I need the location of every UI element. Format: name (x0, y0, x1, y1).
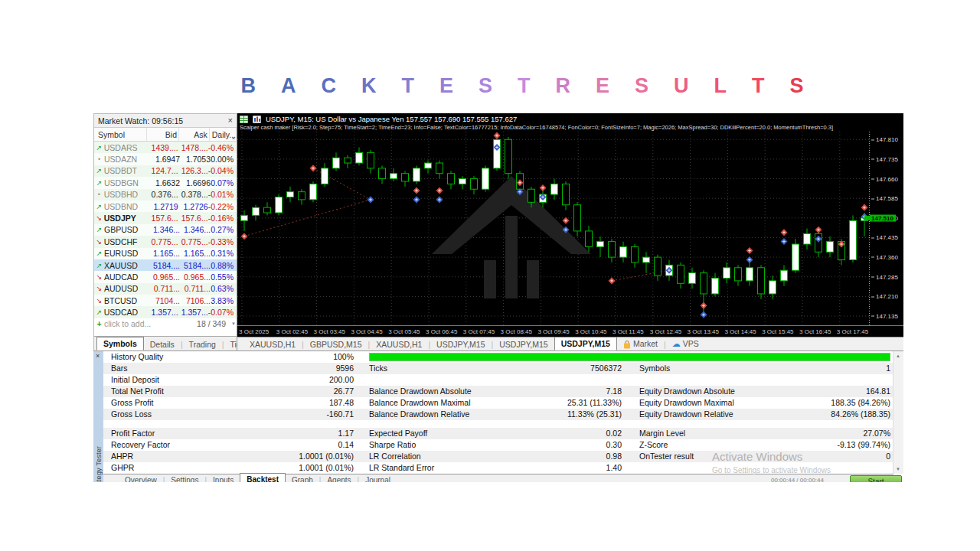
market-row-usdchf[interactable]: ↘USDCHF0.775...0.775...-0.33% (94, 236, 237, 247)
chart-tab-xauusd-h1[interactable]: XAUUSD,H1 (243, 338, 302, 350)
mt5-window: Market Watch: 09:56:15 × SymbolBidAskDai… (93, 113, 903, 482)
market-row-usdjpy[interactable]: ↘USDJPY157.6...157.6...-0.16% (94, 212, 237, 223)
ask-value: 1.6696 (180, 178, 211, 187)
symbol-name: USDBND (104, 202, 147, 211)
daily-change: 0.63% (211, 284, 237, 293)
market-row-eurusd[interactable]: ↗EURUSD1.165...1.165...0.31% (94, 248, 237, 259)
price-tick-label: 147.810 (871, 136, 898, 143)
table-icon (240, 116, 248, 123)
down-arrow-icon: ↘ (94, 214, 104, 222)
market-row-btcusd[interactable]: ↘BTCUSD7104...7106...3.83% (94, 295, 237, 306)
tester-row-spacer (103, 420, 893, 428)
tab-trading[interactable]: Trading (183, 338, 222, 350)
buy-marker (367, 196, 374, 203)
scroll-down-icon[interactable]: ▼ (896, 467, 900, 471)
candle-body (241, 215, 248, 220)
scroll-up-icon[interactable]: ▲ (896, 354, 900, 358)
chart-tab-vps[interactable]: ☁VPS (666, 337, 705, 350)
column-header-symbol[interactable]: Symbol (94, 128, 147, 141)
chart-icon (253, 116, 261, 123)
stat-value: 7506372 (530, 364, 622, 373)
daily-change: -0.22% (208, 202, 237, 211)
market-row-audcad[interactable]: ↘AUDCAD0.965...0.965...0.55% (94, 271, 237, 282)
start-button[interactable]: Start (850, 475, 902, 482)
candle-body (850, 220, 857, 259)
sell-marker (539, 184, 546, 191)
chart-window: USDJPY, M15: US Dollar vs Japanese Yen 1… (237, 113, 903, 337)
time-tick-label: 3 Oct 02:45 (276, 328, 308, 335)
column-header-ask[interactable]: Ask (179, 128, 210, 141)
bid-value: 1.357... (146, 308, 178, 317)
tester-tab-overview[interactable]: Overview (119, 474, 163, 482)
symbol-name: AUDUSD (104, 284, 148, 293)
tab-details[interactable]: Details (144, 338, 181, 350)
column-header-bid[interactable]: Bid (147, 128, 179, 141)
time-tick-label: 3 Oct 17:45 (837, 328, 868, 335)
candle-body (746, 268, 753, 281)
close-icon[interactable]: × (228, 116, 233, 125)
title-letter: S (479, 74, 492, 98)
scroll-up-icon[interactable]: ▲ (231, 131, 236, 144)
stat-label: Balance Drawdown Relative (369, 409, 469, 419)
tester-side-strip[interactable]: × Strategy Tester (93, 351, 103, 482)
candle-body (402, 174, 409, 181)
chart-tab-market[interactable]: Market (617, 337, 664, 350)
market-row-audusd[interactable]: ↘AUDUSD0.711...0.711...0.63% (94, 283, 237, 295)
daily-change: -0.07% (208, 308, 237, 317)
tester-tab-graph[interactable]: Graph (286, 474, 319, 482)
up-arrow-icon: ↗ (94, 167, 104, 174)
chart-tab-usdjpy-m15[interactable]: USDJPY,M15 (554, 337, 617, 350)
candle-body (655, 257, 662, 276)
stat-label: Profit Factor (111, 429, 155, 438)
ask-value: 1.7053 (180, 155, 211, 164)
market-row-usdars[interactable]: ↗USDARS1439....1478....-0.46% (94, 142, 237, 153)
chart-tab-xauusd-h1[interactable]: XAUUSD,H1 (370, 338, 428, 350)
candle-body (299, 192, 305, 200)
daily-change: 0.88% (211, 261, 237, 270)
price-tick-label: 147.585 (871, 195, 898, 202)
tester-tab-backtest[interactable]: Backtest (240, 473, 286, 482)
tick-dash (871, 178, 874, 179)
market-row-usdcad[interactable]: ↗USDCAD1.357...1.357...-0.07% (94, 306, 237, 318)
market-row-gbpusd[interactable]: ↗GBPUSD1.346...1.346...0.27% (94, 224, 237, 236)
time-tick-label: 3 Oct 08:45 (501, 328, 532, 335)
stat-label: AHPR (111, 452, 133, 461)
tester-tab-inputs[interactable]: Inputs (207, 474, 240, 482)
candle-body (551, 184, 558, 194)
market-row-usdbdt[interactable]: ↗USDBDT124.7...126.3...-0.04% (94, 165, 237, 177)
chart-plot[interactable] (237, 132, 870, 325)
candlestick-chart[interactable] (237, 132, 870, 325)
close-icon[interactable]: × (96, 352, 100, 360)
down-arrow-icon: ↘ (94, 273, 104, 281)
daily-change: -0.04% (208, 166, 237, 175)
symbol-name: USDARS (104, 143, 147, 152)
tester-tab-journal[interactable]: Journal (359, 474, 397, 482)
market-bag-icon (623, 341, 631, 349)
chart-tab-usdjpy-m15[interactable]: USDJPY,M15 (493, 338, 554, 350)
daily-change: 0.55% (211, 272, 237, 282)
add-symbol-row[interactable]: + click to add... 18 / 349 ▼ (94, 318, 237, 330)
market-row-xauusd[interactable]: ↗XAUUSD5184....5184....0.88% (94, 259, 237, 271)
tester-row-profit-factor: Profit Factor1.17Expected Payoff0.02Marg… (103, 428, 893, 439)
stat-label: Total Net Profit (111, 386, 164, 396)
stat-value: 7.18 (530, 386, 622, 396)
market-row-usdazn[interactable]: •USDAZN1.69471.70530.00% (94, 153, 237, 165)
tester-tab-settings[interactable]: Settings (165, 474, 204, 482)
daily-change: 0.27% (211, 225, 237, 234)
stat-value: 188.35 (84.26%) (783, 398, 890, 407)
tester-scrollbar[interactable]: ▲ ▼ (893, 351, 903, 474)
market-row-usdbnd[interactable]: ↗USDBND1.27191.2726-0.22% (94, 201, 237, 212)
chart-tab-usdjpy-m15[interactable]: USDJPY,M15 (430, 338, 491, 350)
bid-value: 0.711... (148, 284, 180, 293)
tab-symbols[interactable]: Symbols (96, 337, 144, 350)
market-row-usdbhd[interactable]: •USDBHD0.376...0.378...-0.01% (94, 189, 237, 201)
chart-tab-gbpusd-m15[interactable]: GBPUSD,M15 (304, 338, 368, 350)
candle-body (368, 152, 374, 168)
page-title: BACKTESTRESULTS (32, 74, 980, 98)
stat-label: Expected Payoff (369, 429, 427, 438)
tester-tab-agents[interactable]: Agents (321, 474, 357, 482)
title-letter: K (361, 74, 377, 98)
market-row-usdbgn[interactable]: ↗USDBGN1.66321.66960.07% (94, 177, 237, 188)
scroll-down-icon[interactable]: ▼ (231, 321, 236, 326)
stat-label: GHPR (111, 463, 134, 472)
